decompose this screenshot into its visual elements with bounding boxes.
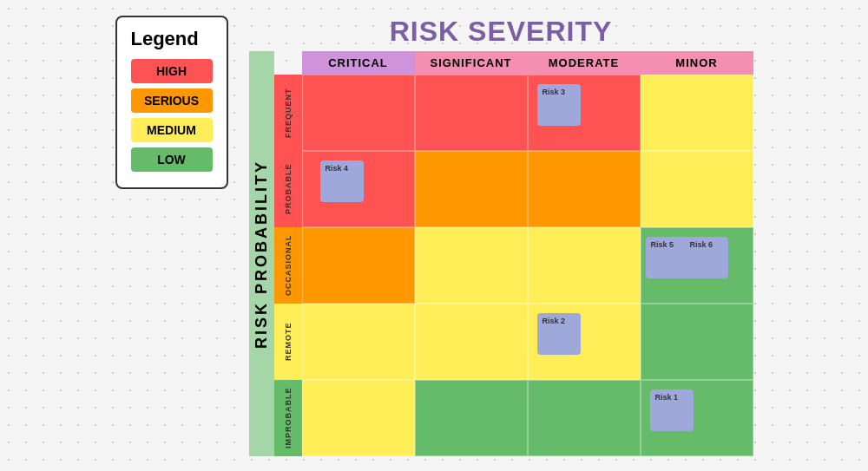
cell-1-0: Risk 4 [302,151,415,227]
col-header-minor: MINOR [641,51,753,75]
row-label-frequent: FREQUENT [274,75,302,151]
cell-2-1 [415,227,528,304]
matrix-outer: RISK PROBABILITY CRITICAL SIGNIFICANT MO… [249,51,753,456]
cell-2-0 [302,227,415,304]
cell-4-3: Risk 1 [641,380,753,456]
legend-serious: SERIOUS [131,88,213,113]
cell-3-2: Risk 2 [528,304,641,380]
risk-note-risk-1: Risk 1 [650,389,694,431]
col-header-significant: SIGNIFICANT [415,51,528,75]
cell-0-1 [415,75,528,151]
risk-grid: Risk 3 Risk 4 Risk 5Risk 6 [302,75,753,456]
legend-low: LOW [131,147,213,172]
risk-note-risk-5: Risk 5 [646,237,689,278]
cell-4-2 [528,380,641,456]
legend-title: Legend [131,28,213,50]
cell-3-0 [302,304,415,380]
row-label-occasional: OCCASIONAL [274,227,302,304]
row-label-improbable: IMPROBABLE [274,380,302,456]
cell-0-3 [641,75,753,151]
risk-note-risk-2: Risk 2 [537,313,581,355]
main-container: Legend HIGH SERIOUS MEDIUM LOW RISK SEVE… [102,2,767,470]
col-header-critical: CRITICAL [302,51,415,75]
col-header-moderate: MODERATE [528,51,641,75]
cell-1-3 [641,151,753,227]
legend-high: HIGH [131,59,213,83]
y-axis-label: RISK PROBABILITY [249,51,274,456]
cell-1-1 [415,151,528,227]
cell-1-2 [528,151,641,227]
cell-0-0 [302,75,415,151]
legend-medium: MEDIUM [131,118,213,142]
col-headers: CRITICAL SIGNIFICANT MODERATE MINOR [302,51,753,75]
cell-4-0 [302,380,415,456]
matrix-with-headers: CRITICAL SIGNIFICANT MODERATE MINOR FREQ… [274,51,753,456]
cell-2-3: Risk 5Risk 6 [641,227,753,304]
risk-note-risk-6: Risk 6 [685,237,728,278]
risk-note-risk-3: Risk 3 [537,84,581,126]
matrix-title: RISK SEVERITY [249,16,753,48]
cell-2-2 [528,227,641,304]
cell-3-1 [415,304,528,380]
cell-4-1 [415,380,528,456]
grid-area: FREQUENT PROBABLE OCCASIONAL REMOTE IMPR… [274,75,753,456]
row-label-remote: REMOTE [274,304,302,380]
cell-0-2: Risk 3 [528,75,641,151]
row-label-probable: PROBABLE [274,151,302,227]
cell-3-3 [641,304,753,380]
legend-panel: Legend HIGH SERIOUS MEDIUM LOW [115,16,228,189]
row-labels: FREQUENT PROBABLE OCCASIONAL REMOTE IMPR… [274,75,302,456]
matrix-wrapper: RISK SEVERITY RISK PROBABILITY CRITICAL … [249,16,753,456]
risk-note-risk-4: Risk 4 [320,160,364,202]
